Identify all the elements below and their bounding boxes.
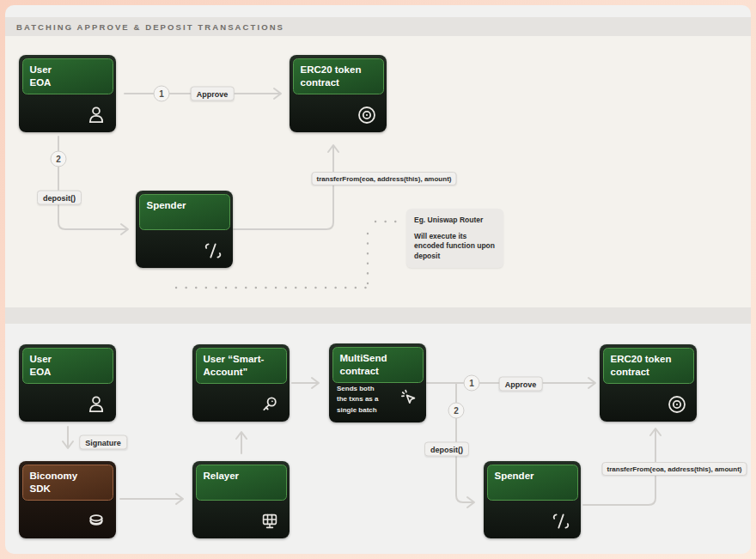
label-transferfrom-bottom: transferFrom(eoa, address(this), amount) — [602, 462, 747, 476]
node-user-eoa-top-title: User EOA — [22, 58, 113, 94]
step-1-badge-bottom: 1 — [464, 375, 480, 392]
title-band: BATCHING APPROVE & DEPOSIT TRANSACTIONS — [5, 17, 751, 36]
node-spender-bottom-title: Spender — [487, 465, 578, 501]
node-erc20-top-title: ERC20 token contract — [293, 58, 384, 94]
note-title: Eg. Uniswap Router — [414, 216, 496, 224]
note-body: Will execute its encoded function upon d… — [414, 232, 496, 261]
node-user-eoa-bottom-title: User EOA — [22, 348, 113, 384]
node-erc20-bottom-title: ERC20 token contract — [603, 348, 694, 384]
label-deposit-bottom: deposit() — [424, 442, 469, 457]
user-icon — [86, 105, 107, 125]
label-deposit-top: deposit() — [37, 191, 82, 205]
node-multisend: MultiSend contract Sends both the txns a… — [329, 343, 426, 422]
node-spender-bottom: Spender — [484, 461, 581, 538]
step-2-badge-top: 2 — [51, 151, 67, 167]
node-biconomy-sdk: Biconomy SDK — [19, 461, 116, 538]
node-user-eoa-bottom: User EOA — [19, 344, 116, 422]
database-icon — [86, 511, 107, 532]
node-erc20-bottom: ERC20 token contract — [600, 344, 697, 422]
node-smart-account-title: User “Smart- Account” — [196, 348, 287, 384]
node-relayer-title: Relayer — [196, 465, 287, 501]
node-smart-account: User “Smart- Account” — [192, 344, 290, 422]
label-signature: Signature — [79, 435, 127, 450]
node-erc20-top: ERC20 token contract — [290, 55, 387, 132]
node-biconomy-sdk-title: Biconomy SDK — [22, 465, 113, 501]
slash-icon — [203, 240, 223, 261]
node-relayer: Relayer — [192, 461, 290, 538]
node-user-eoa-top: User EOA — [19, 55, 116, 132]
label-approve-bottom: Approve — [499, 377, 543, 392]
token-target-icon — [357, 105, 377, 125]
section-divider — [5, 307, 751, 324]
label-transferfrom-top: transferFrom(eoa, address(this), amount) — [312, 172, 457, 185]
note-uniswap-router: Eg. Uniswap Router Will execute its enco… — [406, 209, 503, 268]
token-target-icon — [667, 394, 687, 415]
key-icon — [259, 394, 280, 415]
cursor-click-icon — [399, 387, 418, 407]
step-1-badge-top: 1 — [154, 86, 170, 102]
node-multisend-subtitle: Sends both the txns as a single batch — [337, 384, 378, 416]
step-2-badge-bottom: 2 — [448, 403, 465, 419]
page-title: BATCHING APPROVE & DEPOSIT TRANSACTIONS — [16, 22, 284, 32]
node-spender-top-title: Spender — [139, 194, 230, 230]
user-icon — [86, 394, 107, 415]
label-approve-top: Approve — [191, 87, 235, 101]
node-multisend-title: MultiSend contract — [332, 347, 424, 383]
slash-icon — [551, 511, 571, 532]
relay-panel-icon — [259, 511, 280, 532]
node-spender-top: Spender — [136, 191, 233, 268]
